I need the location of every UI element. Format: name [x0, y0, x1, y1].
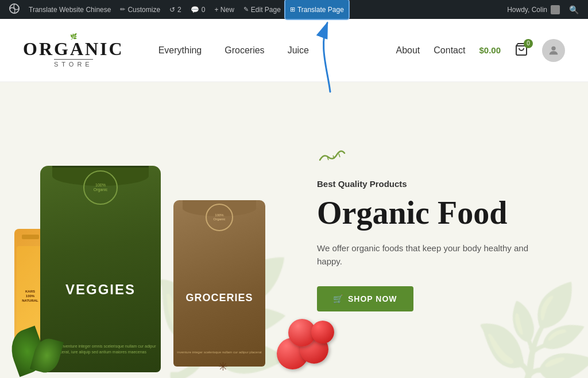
nav-contact[interactable]: Contact [434, 45, 465, 56]
brown-bag-seal: 100%Organic [206, 204, 233, 231]
brown-bag-desc: inventure integer scelerisque nullam cur… [177, 350, 262, 355]
cart-count: 0 [524, 39, 533, 48]
comments-count: 0 [202, 6, 206, 14]
shop-now-button[interactable]: 🛒 SHOP NOW [317, 286, 413, 311]
wp-logo[interactable] [5, 0, 24, 19]
nav-everything[interactable]: Everything [158, 45, 202, 56]
primary-nav-links: Everything Groceries Juice [158, 45, 309, 56]
user-avatar-thumb [551, 5, 560, 14]
comments-icon: 💬 [191, 6, 199, 14]
comments-item[interactable]: 💬 0 [186, 0, 210, 19]
hero-title: Organic Food [317, 196, 554, 231]
revisions-icon: ↺ [169, 6, 175, 14]
logo-store-text: STORE [54, 59, 93, 68]
edit-page-label: Edit Page [251, 6, 281, 14]
spice-star: ✳ [218, 360, 228, 373]
site-logo: 🌿 ORGANIC STORE [23, 33, 124, 68]
revisions-item[interactable]: ↺ 2 [165, 0, 186, 19]
bag-seal: 100%Organic [83, 170, 118, 205]
nav-groceries[interactable]: Groceries [225, 45, 264, 56]
shop-button-label: SHOP NOW [348, 294, 397, 303]
edit-icon: ✎ [243, 6, 249, 13]
hero-left: 🌿 KARS100%NATURAL 100%Organic VEGGIES Ul… [0, 82, 294, 378]
tomato-4 [311, 321, 334, 344]
customize-item[interactable]: ✏ Customize [115, 0, 165, 19]
bag-seal-text: 100%Organic [94, 183, 108, 193]
customize-icon: ✏ [120, 6, 125, 13]
hero-section: 🌿 KARS100%NATURAL 100%Organic VEGGIES Ul… [0, 82, 588, 378]
adminbar-right: Howdy, Colin [502, 0, 564, 19]
hero-subtitle: Best Quality Products [317, 179, 554, 189]
translate-page-label: Translate Page [297, 6, 344, 14]
hero-right: 🌿 Best Quality Products Organic Food We … [294, 82, 588, 378]
new-item[interactable]: + New [210, 0, 238, 19]
basil-group [11, 330, 60, 375]
website-content: 🌿 ORGANIC STORE Everything Groceries Jui… [0, 19, 588, 378]
groceries-bag: 100%Organic GROCERIES inventure integer … [173, 200, 265, 367]
logo-organic-text: ORGANIC [23, 40, 124, 58]
cart-icon[interactable]: 0 [514, 42, 528, 59]
bag-brown-title: GROCERIES [185, 292, 253, 304]
edit-page-item[interactable]: ✎ Edit Page [239, 0, 285, 19]
admin-bar: Translate Website Chinese ✏ Customize ↺ … [0, 0, 588, 19]
cart-price: $0.00 [479, 45, 501, 55]
nav-about[interactable]: About [396, 45, 420, 56]
hero-description: We offer organic foods that keep your bo… [317, 242, 554, 268]
hero-bg-leaf: 🌿 [469, 285, 588, 378]
bottle-cap [22, 235, 39, 239]
search-icon[interactable]: 🔍 [564, 5, 583, 14]
cart-button-icon: 🛒 [333, 294, 343, 303]
nav-right-links: About Contact $0.00 0 [396, 39, 566, 62]
new-label: + New [214, 6, 234, 14]
hero-leaf-decoration [317, 149, 554, 170]
site-navigation: 🌿 ORGANIC STORE Everything Groceries Jui… [0, 19, 588, 82]
wordpress-icon [9, 3, 20, 15]
user-avatar[interactable] [542, 39, 565, 62]
svg-point-2 [551, 46, 555, 50]
bottle-text: KARS100%NATURAL [22, 290, 38, 303]
site-name-label: Translate Website Chinese [29, 6, 111, 14]
translate-icon: ⊞ [290, 6, 295, 13]
translate-page-item[interactable]: ⊞ Translate Page [285, 0, 349, 19]
brown-seal-text: 100%Organic [213, 213, 225, 221]
nav-juice[interactable]: Juice [288, 45, 309, 56]
howdy-label: Howdy, Colin [507, 6, 547, 14]
site-name-item[interactable]: Translate Website Chinese [24, 0, 115, 19]
bag-green-title: VEGGIES [65, 282, 136, 298]
customize-label: Customize [127, 6, 160, 14]
revisions-count: 2 [177, 6, 181, 14]
